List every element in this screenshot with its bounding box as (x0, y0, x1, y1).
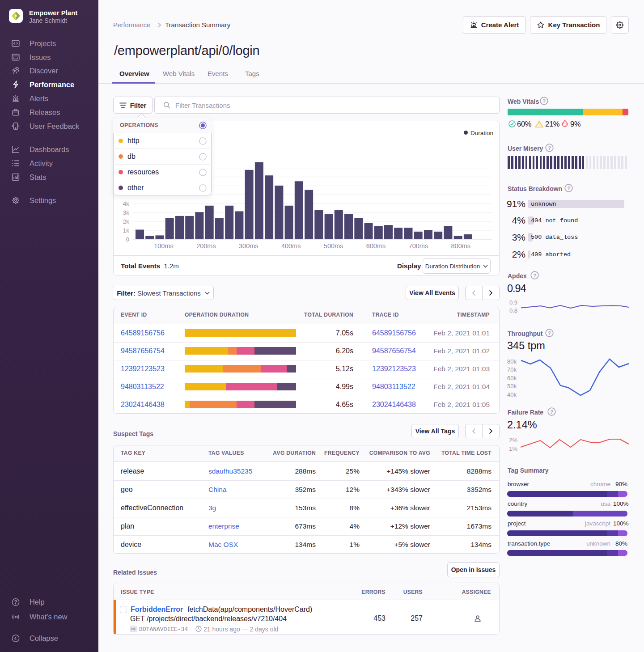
svg-text:?: ? (550, 409, 553, 415)
svg-text:600ms: 600ms (366, 242, 386, 250)
svg-text:800ms: 800ms (451, 242, 471, 250)
svg-text:?: ? (567, 186, 570, 191)
svg-text:0: 0 (126, 236, 129, 243)
svg-text:?: ? (548, 145, 551, 151)
svg-text:4k: 4k (123, 200, 130, 207)
svg-text:100ms: 100ms (154, 242, 174, 250)
svg-text:3k: 3k (123, 209, 130, 216)
svg-text:?: ? (548, 330, 551, 336)
svg-text:700ms: 700ms (409, 242, 428, 250)
svg-text:400ms: 400ms (281, 242, 301, 250)
svg-text:?: ? (542, 98, 546, 104)
svg-text:2k: 2k (123, 218, 130, 225)
svg-text:300ms: 300ms (239, 242, 258, 250)
svg-text:200ms: 200ms (196, 242, 216, 250)
svg-text:1k: 1k (123, 227, 130, 234)
svg-text:?: ? (533, 273, 536, 278)
svg-text:500ms: 500ms (324, 242, 343, 250)
